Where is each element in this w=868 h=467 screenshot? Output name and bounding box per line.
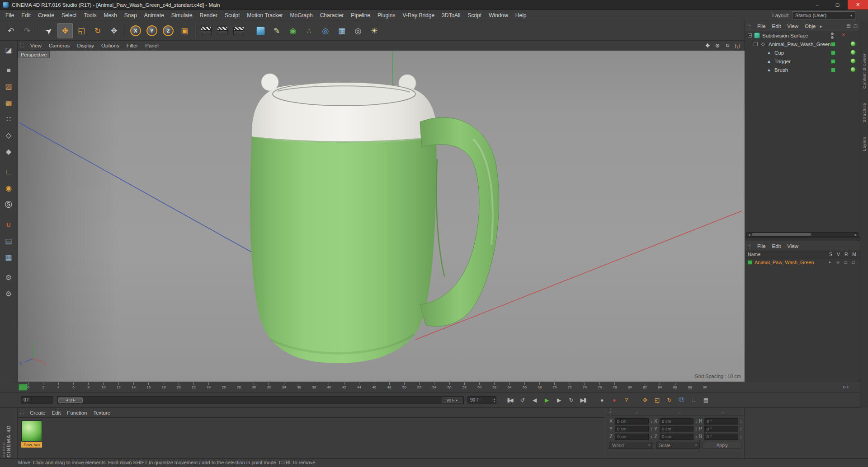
timeline-tick-86[interactable]: 86 xyxy=(667,382,682,392)
points-mode-button[interactable]: ∷ xyxy=(2,112,15,126)
menu-select[interactable]: Select xyxy=(58,10,80,21)
timeline-tick-66[interactable]: 66 xyxy=(517,382,532,392)
stepper-icon[interactable]: ▴▾ xyxy=(740,435,741,439)
timeline-tick-18[interactable]: 18 xyxy=(156,382,171,392)
make-editable-button[interactable]: ◪ xyxy=(2,43,15,57)
timeline-tick-38[interactable]: 38 xyxy=(307,382,321,392)
coordinates-column-header-0[interactable]: -- xyxy=(615,409,658,414)
render-picture-viewer-button[interactable] xyxy=(215,23,230,38)
timeline-tick-46[interactable]: 46 xyxy=(367,382,382,392)
visibility-dots[interactable] xyxy=(831,33,834,39)
step-down-icon[interactable]: ▾ xyxy=(740,437,741,439)
render-visibility-dot[interactable] xyxy=(831,36,834,39)
scrollbar-thumb[interactable] xyxy=(752,233,811,236)
apply-button[interactable]: Apply xyxy=(703,442,741,449)
menu-tools[interactable]: Tools xyxy=(80,10,100,21)
timeline-tick-34[interactable]: 34 xyxy=(277,382,292,392)
viewport-menu-view[interactable]: View xyxy=(27,43,45,48)
menu-snap[interactable]: Snap xyxy=(121,10,141,21)
menu-pipeline[interactable]: Pipeline xyxy=(347,10,374,21)
layer-color-tag[interactable] xyxy=(831,59,835,64)
material-manager-menu-create[interactable]: Create xyxy=(27,410,49,416)
rotate-tool[interactable]: ↻ xyxy=(90,23,105,38)
live-selection-tool[interactable]: ➤ xyxy=(41,23,57,38)
uv-mode-button[interactable]: ▩ xyxy=(2,96,15,110)
step-down-icon[interactable]: ▾ xyxy=(740,429,741,431)
object-mode-button[interactable]: ◉ xyxy=(2,182,15,195)
viewport-menu-cameras[interactable]: Cameras xyxy=(45,43,74,48)
close-button[interactable]: ✕ xyxy=(848,0,868,9)
side-tab-layers[interactable]: Layers xyxy=(862,137,867,151)
expander-icon[interactable]: − xyxy=(754,42,758,46)
stepper-icon[interactable]: ▴▾ xyxy=(695,427,697,431)
range-start-grip[interactable]: ◀ 0 F xyxy=(58,397,83,403)
scale-tool[interactable]: ◱ xyxy=(74,23,89,38)
timeline-tick-84[interactable]: 84 xyxy=(652,382,667,392)
viewport-rotate-icon[interactable]: ↻ xyxy=(722,42,732,50)
step-down-icon[interactable]: ▾ xyxy=(695,421,697,423)
panel-handle[interactable] xyxy=(20,410,24,416)
stepper-icon[interactable]: ▴▾ xyxy=(740,420,741,423)
quantize-magnet-button[interactable]: ∪ xyxy=(2,218,15,232)
menu-plugins[interactable]: Plugins xyxy=(374,10,399,21)
scroll-right-icon[interactable]: ▶ xyxy=(854,233,858,236)
scroll-left-icon[interactable]: ◀ xyxy=(747,233,751,236)
timeline-tick-8[interactable]: 8 xyxy=(81,382,96,392)
menu-mesh[interactable]: Mesh xyxy=(100,10,120,21)
timeline-tick-60[interactable]: 60 xyxy=(472,382,487,392)
editor-visibility-dot[interactable] xyxy=(831,33,834,35)
menu-motion-tracker[interactable]: Motion Tracker xyxy=(243,10,286,21)
step-down-icon[interactable]: ▾ xyxy=(695,437,697,439)
minimize-button[interactable]: – xyxy=(807,0,827,9)
layer-color-tag[interactable] xyxy=(831,68,835,72)
timeline-tick-76[interactable]: 76 xyxy=(592,382,607,392)
timeline-tick-2[interactable]: 2 xyxy=(36,382,51,392)
menu-character[interactable]: Character xyxy=(316,10,348,21)
timeline-tick-90[interactable]: 90 xyxy=(698,382,712,392)
viewport-menu-options[interactable]: Options xyxy=(98,43,123,48)
timeline-tick-22[interactable]: 22 xyxy=(186,382,201,392)
play-forwards-button[interactable]: ↻ xyxy=(565,395,577,405)
menu-edit[interactable]: Edit xyxy=(18,10,34,21)
generator-disabled-icon[interactable]: ✕ xyxy=(841,32,845,38)
timeline-tick-56[interactable]: 56 xyxy=(442,382,457,392)
timeline-tick-10[interactable]: 10 xyxy=(96,382,111,392)
stepper-icon[interactable]: ▴▾ xyxy=(695,420,697,423)
stepper-icon[interactable]: ▴▾ xyxy=(740,427,741,431)
menu-sculpt[interactable]: Sculpt xyxy=(221,10,243,21)
step-down-icon[interactable]: ▾ xyxy=(494,400,495,403)
light-button[interactable]: ☀ xyxy=(367,23,382,38)
viewport-pan-icon[interactable]: ✥ xyxy=(703,42,712,50)
step-down-icon[interactable]: ▾ xyxy=(740,421,741,423)
record-rotation-button[interactable]: ↻ xyxy=(663,395,675,405)
lock-icon[interactable]: ▢ xyxy=(854,23,858,28)
material-manager-menu-function[interactable]: Function xyxy=(64,410,90,416)
viewport-menu-filter[interactable]: Filter xyxy=(123,43,142,48)
layer-manager-menu-edit[interactable]: Edit xyxy=(769,243,784,249)
timeline-tick-70[interactable]: 70 xyxy=(547,382,562,392)
timeline-tick-20[interactable]: 20 xyxy=(171,382,186,392)
panel-splitter[interactable] xyxy=(745,237,860,241)
layer-color-tag[interactable] xyxy=(831,51,835,55)
environment-button[interactable]: ▦ xyxy=(334,23,349,38)
position-field-y[interactable]: 0 cm xyxy=(615,426,649,432)
timeline-tick-30[interactable]: 30 xyxy=(246,382,261,392)
material-manager-menu-texture[interactable]: Texture xyxy=(90,410,113,416)
subdivision-surface-button[interactable]: ◉ xyxy=(285,23,301,38)
step-down-icon[interactable]: ▾ xyxy=(695,429,697,431)
material-item[interactable]: Paw_wa xyxy=(21,420,43,448)
deformer-button[interactable]: ◎ xyxy=(318,23,333,38)
record-button[interactable]: ● xyxy=(595,395,608,405)
render-view-button[interactable] xyxy=(198,23,214,38)
material-tag-icon[interactable] xyxy=(850,58,856,64)
goto-end-button[interactable]: ▶▮ xyxy=(577,395,589,405)
end-frame-field[interactable]: 90 F ▴ ▾ xyxy=(467,396,496,404)
view-toggle-icon[interactable]: ◎ xyxy=(836,260,840,264)
menu-render[interactable]: Render xyxy=(196,10,221,21)
maximize-button[interactable]: ▢ xyxy=(827,0,848,9)
material-preview-sphere[interactable] xyxy=(21,420,42,441)
viewport-zoom-icon[interactable]: ⊕ xyxy=(712,42,722,50)
add-cube-button[interactable] xyxy=(253,23,268,38)
stepper-icon[interactable]: ▴▾ xyxy=(651,427,652,431)
polygons-mode-button[interactable]: ◆ xyxy=(2,145,15,159)
